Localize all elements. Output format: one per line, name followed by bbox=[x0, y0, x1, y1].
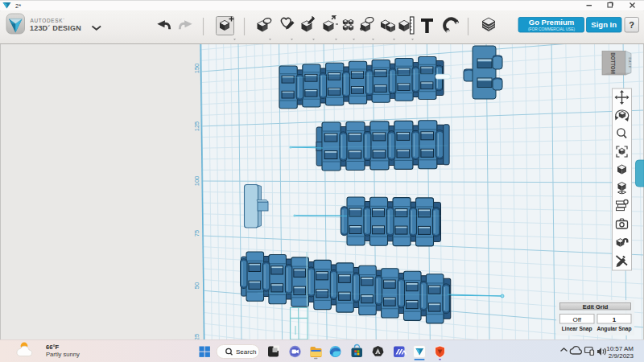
svg-text:Partly sunny: Partly sunny bbox=[46, 351, 80, 358]
svg-text:?: ? bbox=[629, 20, 634, 30]
svg-text:66°F: 66°F bbox=[46, 343, 59, 351]
svg-text:50: 50 bbox=[193, 282, 200, 289]
svg-text:Edit Grid: Edit Grid bbox=[583, 303, 609, 311]
svg-text:10:57 AM: 10:57 AM bbox=[606, 345, 634, 352]
svg-text:Linear Snap: Linear Snap bbox=[562, 326, 592, 332]
svg-text:AUTODESK´: AUTODESK´ bbox=[31, 18, 65, 23]
svg-text:125: 125 bbox=[193, 121, 200, 132]
svg-text:2/9/2023: 2/9/2023 bbox=[609, 352, 634, 360]
svg-text:Go Premium: Go Premium bbox=[529, 18, 575, 27]
svg-text:150: 150 bbox=[193, 64, 200, 74]
svg-text:Angular Snap: Angular Snap bbox=[597, 326, 632, 332]
svg-text:1: 1 bbox=[613, 316, 617, 323]
svg-text:Off: Off bbox=[572, 316, 581, 323]
svg-text:BOTTOM: BOTTOM bbox=[610, 52, 616, 74]
svg-text:Search: Search bbox=[236, 348, 256, 356]
svg-text:BACK: BACK bbox=[628, 58, 631, 69]
svg-text:2*: 2* bbox=[15, 2, 21, 10]
svg-text:123D´ DESIGN: 123D´ DESIGN bbox=[30, 24, 81, 32]
svg-text:Sign In: Sign In bbox=[591, 20, 617, 29]
svg-text:25: 25 bbox=[193, 334, 200, 340]
svg-text:100: 100 bbox=[193, 176, 200, 187]
svg-text:(FOR COMMERCIAL USE): (FOR COMMERCIAL USE) bbox=[528, 27, 576, 31]
svg-text:75: 75 bbox=[193, 230, 200, 237]
